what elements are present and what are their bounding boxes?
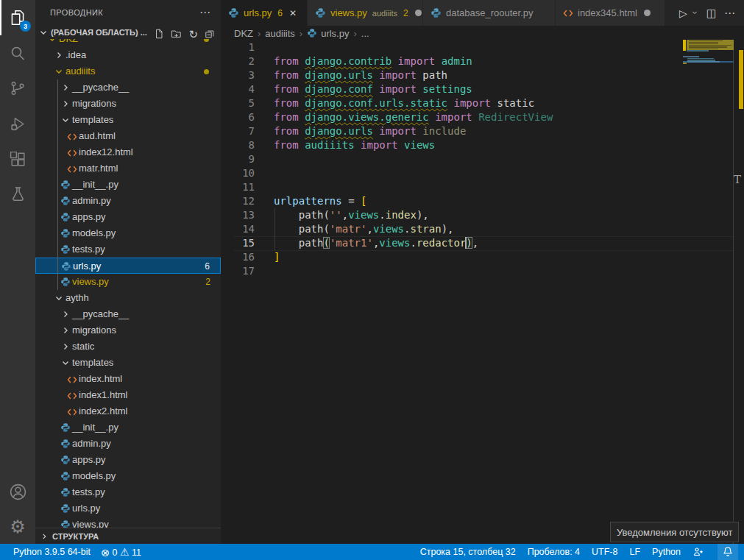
text-cursor bbox=[465, 237, 467, 249]
tab-index345-html[interactable]: index345.html bbox=[556, 0, 665, 26]
minimap-block bbox=[687, 50, 709, 52]
settings-icon[interactable]: ⚙︎ bbox=[0, 509, 35, 545]
minimap-block bbox=[689, 49, 718, 49]
minimap-divider bbox=[733, 40, 734, 544]
tree-item-tests-py[interactable]: tests.py bbox=[35, 241, 221, 258]
run-dropdown-icon[interactable] bbox=[690, 7, 699, 20]
run-button[interactable]: ▷ bbox=[679, 7, 687, 19]
new-file-icon[interactable] bbox=[154, 29, 164, 39]
tab-database-roouter-py[interactable]: database_roouter.py bbox=[423, 0, 556, 26]
sidebar-more-icon[interactable]: ⋯ bbox=[199, 0, 210, 26]
line-col-status[interactable]: Строка 15, столбец 32 bbox=[420, 547, 516, 557]
minimap-block bbox=[739, 50, 743, 109]
code-line-15: path('matr1',views.redactor), bbox=[274, 236, 478, 250]
tree-item-static[interactable]: static bbox=[35, 339, 221, 355]
line-number: 4 bbox=[221, 82, 255, 96]
tree-item-models-py[interactable]: models.py bbox=[35, 225, 221, 241]
explorer-icon[interactable]: 3 bbox=[0, 0, 35, 35]
tree-item--pycache-[interactable]: __pycache__ bbox=[35, 79, 221, 96]
tree-item-admin-py[interactable]: admin.py bbox=[35, 436, 221, 452]
python-file-icon bbox=[60, 455, 71, 468]
python-version-status[interactable]: Python 3.9.5 64-bit bbox=[13, 547, 91, 557]
breadcrumb[interactable]: DKZ›audiiits›urls.py›... bbox=[221, 26, 744, 40]
eol-status[interactable]: LF bbox=[629, 547, 640, 557]
breadcrumb-item[interactable]: ... bbox=[361, 28, 369, 39]
tree-item--init-py[interactable]: __init__.py bbox=[35, 177, 221, 193]
tree-item--pycache-[interactable]: __pycache__ bbox=[35, 306, 221, 322]
tree-item-aythh[interactable]: aythh bbox=[35, 290, 221, 306]
problems-count-badge: 6 bbox=[205, 258, 210, 274]
minimap-block bbox=[689, 46, 727, 47]
python-file-icon bbox=[60, 244, 71, 258]
collapse-all-icon[interactable] bbox=[205, 29, 215, 39]
line-number: 3 bbox=[221, 68, 255, 82]
tree-item--idea[interactable]: .idea bbox=[35, 47, 221, 63]
structure-section-label: СТРУКТУРА bbox=[52, 532, 99, 541]
breadcrumb-item[interactable]: audiiits bbox=[265, 28, 294, 39]
language-status[interactable]: Python bbox=[652, 547, 681, 557]
modified-dot-icon[interactable] bbox=[644, 10, 651, 16]
tab-label: views.py bbox=[330, 7, 367, 18]
html-file-icon bbox=[67, 147, 77, 160]
tree-item-index1-html[interactable]: index1.html bbox=[35, 387, 221, 403]
tree-item-urls-py[interactable]: urls.py bbox=[35, 500, 221, 517]
source-control-icon[interactable] bbox=[0, 71, 35, 106]
minimap-block bbox=[687, 61, 720, 63]
problems-status[interactable]: ⊗ 0 ⚠︎ 11 bbox=[101, 546, 141, 559]
sidebar-title: ПРОВОДНИК bbox=[50, 0, 103, 26]
tree-item--init-py[interactable]: __init__.py bbox=[35, 419, 221, 436]
tab-views-py[interactable]: views.pyaudiiits2 bbox=[308, 0, 423, 26]
extensions-icon[interactable] bbox=[0, 141, 35, 177]
tab-label: urls.py bbox=[244, 7, 272, 18]
tree-item-index12-html[interactable]: index12.html bbox=[35, 144, 221, 160]
refresh-icon[interactable]: ↻ bbox=[188, 29, 198, 40]
problems-count-badge: 2 bbox=[205, 274, 210, 290]
run-debug-icon[interactable] bbox=[0, 106, 35, 141]
workspace-section-header[interactable]: (РАБОЧАЯ ОБЛАСТЬ) ... ↻ bbox=[35, 26, 221, 39]
line-number: 15 bbox=[221, 236, 255, 250]
tree-item-label: audiiits bbox=[65, 63, 95, 79]
split-editor-icon[interactable]: ◫ bbox=[706, 7, 717, 20]
tree-item-urls-py[interactable]: urls.py6 bbox=[35, 258, 221, 274]
tree-item-index2-html[interactable]: index2.html bbox=[35, 403, 221, 419]
notifications-bell[interactable] bbox=[718, 544, 738, 560]
chevron-right-icon bbox=[60, 98, 71, 110]
editor-more-icon[interactable]: ⋯ bbox=[724, 7, 735, 20]
encoding-status[interactable]: UTF-8 bbox=[592, 547, 617, 557]
tree-item-label: urls.py bbox=[73, 258, 101, 274]
testing-icon[interactable] bbox=[0, 177, 35, 212]
modified-dot-icon[interactable] bbox=[415, 10, 422, 16]
tree-item-matr-html[interactable]: matr.html bbox=[35, 160, 221, 177]
breadcrumb-item[interactable]: DKZ bbox=[234, 28, 253, 39]
search-icon[interactable] bbox=[0, 35, 35, 71]
tree-item-label: apps.py bbox=[72, 209, 106, 225]
tree-item-tests-py[interactable]: tests.py bbox=[35, 484, 221, 500]
tree-item-audiiits[interactable]: audiiits bbox=[35, 63, 221, 79]
tree-item-templates[interactable]: templates bbox=[35, 112, 221, 128]
tree-item-admin-py[interactable]: admin.py bbox=[35, 193, 221, 209]
new-folder-icon[interactable] bbox=[171, 29, 182, 39]
indent-status[interactable]: Пробелов: 4 bbox=[528, 547, 580, 557]
close-icon[interactable]: ✕ bbox=[289, 8, 297, 18]
tree-item-index-html[interactable]: index.html bbox=[35, 371, 221, 387]
tree-item-migrations[interactable]: migrations bbox=[35, 322, 221, 339]
feedback-icon[interactable] bbox=[692, 546, 704, 558]
tree-item-views-py[interactable]: views.py2 bbox=[35, 274, 221, 290]
tree-item-label: static bbox=[72, 339, 94, 355]
account-icon[interactable] bbox=[0, 474, 35, 509]
tree-item-migrations[interactable]: migrations bbox=[35, 96, 221, 112]
chevron-down-icon bbox=[60, 357, 71, 369]
tree-item-apps-py[interactable]: apps.py bbox=[35, 209, 221, 225]
tree-item-aud-html[interactable]: aud.html bbox=[35, 128, 221, 144]
tree-item-models-py[interactable]: models.py bbox=[35, 468, 221, 484]
breadcrumb-item[interactable]: urls.py bbox=[321, 28, 349, 39]
tree-item-apps-py[interactable]: apps.py bbox=[35, 452, 221, 468]
tab-urls-py[interactable]: urls.py6✕ bbox=[221, 0, 308, 26]
breadcrumb-separator: › bbox=[299, 28, 303, 39]
tree-item-label: tests.py bbox=[72, 484, 105, 500]
structure-section-header[interactable]: СТРУКТУРА bbox=[35, 528, 221, 544]
html-file-icon bbox=[67, 163, 77, 177]
python-file-icon bbox=[60, 439, 71, 452]
line-number: 8 bbox=[221, 138, 255, 152]
tree-item-templates[interactable]: templates bbox=[35, 355, 221, 371]
